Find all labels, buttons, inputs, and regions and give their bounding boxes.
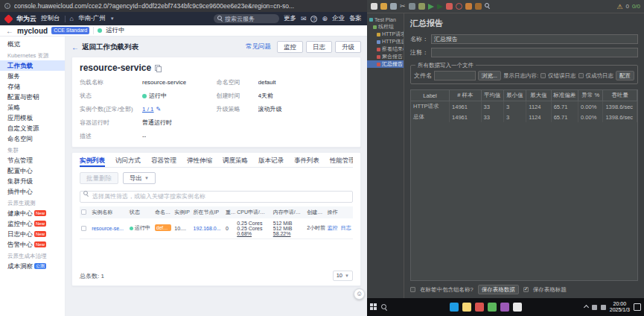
tray-icon[interactable] <box>592 305 597 310</box>
col-label[interactable]: Label <box>411 90 450 101</box>
open-file-icon[interactable] <box>380 3 387 10</box>
monitor-button[interactable]: 监控 <box>277 41 303 53</box>
region-selector[interactable]: 华南-广州 <box>78 14 106 23</box>
console-link[interactable]: 控制台 <box>41 14 60 23</box>
cut-icon[interactable]: ✂ <box>400 3 406 10</box>
new-file-icon[interactable] <box>371 3 377 10</box>
back-to-list-link[interactable]: 返回工作负载列表 <box>82 42 138 52</box>
browser-address-bar[interactable]: i console.huaweicloud.com/cce2.0/?agency… <box>0 0 367 12</box>
col-max[interactable]: 最大值 <box>526 90 551 101</box>
sidebar-item-workloads[interactable]: 工作负载 <box>0 60 65 71</box>
upgrade-button[interactable]: 升级 <box>335 41 361 53</box>
globe-icon[interactable]: ⊕ <box>322 15 328 22</box>
page-size-select[interactable]: 10▼ <box>333 271 353 281</box>
col-stddev[interactable]: 标准偏差 <box>551 90 578 101</box>
tree-item-http-request[interactable]: HTTP请求 <box>367 31 404 38</box>
sidebar-item-config-center[interactable]: 配置中心 <box>0 165 65 176</box>
include-group-checkbox[interactable] <box>410 287 415 292</box>
tab-autoscaling[interactable]: 弹性伸缩 <box>187 153 212 167</box>
notification-icon[interactable] <box>634 303 641 311</box>
taskbar-app-icon[interactable] <box>450 303 459 312</box>
tree-item-summary-report[interactable]: 汇总报告 <box>367 60 404 68</box>
tab-pods[interactable]: 实例列表 <box>80 153 105 167</box>
icp-menu[interactable]: 备案 <box>349 14 362 23</box>
export-button[interactable]: 导出▼ <box>123 172 156 184</box>
console-search-box[interactable]: 搜索云服务 <box>214 14 279 23</box>
brand-name[interactable]: 华为云 <box>16 14 36 24</box>
col-error[interactable]: 异常 % <box>578 90 603 101</box>
col-min[interactable]: 最小值 <box>503 90 526 101</box>
col-created[interactable]: 创建时间 <box>305 206 325 218</box>
tray-expand-icon[interactable] <box>584 304 589 309</box>
tab-history[interactable]: 版本记录 <box>258 153 284 167</box>
taskbar-app-icon[interactable] <box>488 303 497 312</box>
sidebar-item-logging-center[interactable]: 日志中心New <box>0 229 65 239</box>
select-all-checkbox[interactable] <box>81 209 86 215</box>
copy-icon[interactable] <box>409 3 415 10</box>
col-samples[interactable]: # 样本 <box>450 90 481 101</box>
start-no-pauses-icon[interactable] <box>437 4 443 10</box>
node-ip-link[interactable]: 192.168.0... <box>194 226 221 231</box>
sidebar-item-overview[interactable]: 概览 <box>0 39 65 49</box>
copy-icon[interactable] <box>155 65 162 72</box>
taskbar-app-icon[interactable] <box>462 303 471 312</box>
tree-item-thread-group[interactable]: 线程组 <box>367 23 404 31</box>
filename-input[interactable] <box>434 71 476 80</box>
col-node-ip[interactable]: 所在节点IP <box>192 206 224 218</box>
enterprise-menu[interactable]: 企业 <box>332 14 345 23</box>
col-operation[interactable]: 操作 <box>326 206 353 218</box>
clear-icon[interactable] <box>465 3 472 10</box>
tree-item-view-results-tree[interactable]: 察看结果树 <box>367 45 404 53</box>
sidebar-item-monitoring-center[interactable]: 监控中心New <box>0 218 65 229</box>
col-pod-name[interactable]: 实例名称 <box>90 206 128 218</box>
op-monitor-link[interactable]: 监控 <box>328 224 338 232</box>
col-throughput[interactable]: 吞吐量 <box>603 90 637 101</box>
taskbar-app-icon[interactable] <box>500 303 509 312</box>
col-average[interactable]: 平均值 <box>481 90 503 101</box>
taskbar-app-icon[interactable] <box>513 303 522 312</box>
successes-only-checkbox[interactable] <box>578 73 584 78</box>
shutdown-icon[interactable] <box>456 3 462 10</box>
pods-count-link[interactable]: 1 / 1 <box>142 106 154 113</box>
help-icon[interactable]: ? <box>310 16 317 22</box>
errors-only-checkbox[interactable] <box>541 73 546 78</box>
tree-item-aggregate-report[interactable]: 聚合报告 <box>367 53 404 60</box>
browse-button[interactable]: 浏览... <box>478 71 501 80</box>
sidebar-item-cluster-upgrade[interactable]: 集群升级 <box>0 176 65 186</box>
sidebar-item-namespaces[interactable]: 命名空间 <box>0 133 65 144</box>
sidebar-item-addons[interactable]: 插件中心 <box>0 186 65 197</box>
sidebar-item-health-center[interactable]: 健康中心New <box>0 208 65 218</box>
name-input[interactable] <box>431 34 638 44</box>
start-icon[interactable] <box>428 4 434 10</box>
sidebar-item-services[interactable]: 服务 <box>0 71 65 81</box>
configure-button[interactable]: 配置 <box>616 71 634 80</box>
tab-containers[interactable]: 容器管理 <box>151 153 176 167</box>
tree-item-test-plan[interactable]: Test Plan <box>367 16 404 23</box>
cluster-name[interactable]: mycloud <box>17 27 48 35</box>
save-table-button[interactable]: 保存表格数据 <box>478 285 519 294</box>
search-icon[interactable] <box>485 3 490 10</box>
sidebar-item-custom-resources[interactable]: 自定义资源 <box>0 123 65 133</box>
row-checkbox[interactable] <box>81 226 86 231</box>
col-pod-ip[interactable]: 实例IP <box>173 206 191 218</box>
tab-scheduling[interactable]: 调度策略 <box>223 153 248 167</box>
feedback-fab[interactable]: ☺ <box>354 288 365 300</box>
paste-icon[interactable] <box>418 3 425 10</box>
back-to-list-icon[interactable]: ← <box>71 43 79 51</box>
sidebar-item-alarm-center[interactable]: 告警中心New <box>0 239 65 250</box>
pod-name-link[interactable]: resource-se... <box>92 226 124 231</box>
logs-button[interactable]: 日志 <box>306 41 332 53</box>
message-icon[interactable]: ✉ <box>301 15 307 22</box>
pod-search-input[interactable] <box>80 191 353 203</box>
url-text[interactable]: console.huaweicloud.com/cce2.0/?agencyId… <box>14 2 294 10</box>
sidebar-item-storage[interactable]: 存储 <box>0 81 65 92</box>
tree-item-header-manager[interactable]: HTTP信息头管理器 <box>367 38 404 45</box>
clear-all-icon[interactable] <box>475 3 482 10</box>
save-icon[interactable] <box>390 3 397 10</box>
site-info-icon[interactable]: i <box>4 3 10 9</box>
tab-access[interactable]: 访问方式 <box>115 153 141 167</box>
save-header-checkbox[interactable] <box>523 287 529 292</box>
stop-icon[interactable] <box>446 3 453 10</box>
col-restarts[interactable]: 重启次数 <box>224 206 235 218</box>
sidebar-item-cost-insight[interactable]: 成本洞察公测 <box>0 261 65 271</box>
